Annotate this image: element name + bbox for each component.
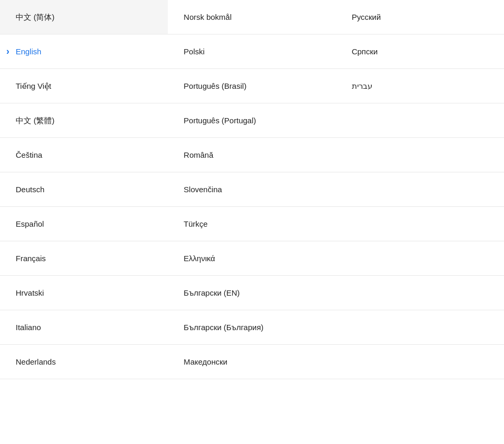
language-label: Italiano [16, 322, 41, 333]
language-cell-cs[interactable]: Čeština [0, 138, 168, 172]
language-label: Русский [352, 11, 381, 22]
language-label: English [16, 46, 41, 57]
language-cell-sr[interactable]: Српски [336, 34, 504, 69]
language-label: Čeština [16, 149, 42, 160]
language-cell-empty [336, 345, 504, 379]
language-label: Ελληνικά [184, 253, 215, 264]
language-cell-ru[interactable]: Русский [336, 0, 504, 34]
language-label: Français [16, 253, 46, 264]
language-cell-hr[interactable]: Hrvatski [0, 276, 168, 310]
language-cell-empty [336, 310, 504, 345]
language-cell-pt-pt[interactable]: Português (Portugal) [168, 103, 336, 138]
language-label: Nederlands [16, 356, 56, 367]
language-cell-empty [336, 241, 504, 276]
language-cell-empty [336, 276, 504, 310]
language-cell-vi[interactable]: Tiếng Việt [0, 69, 168, 103]
language-cell-sk[interactable]: Slovenčina [168, 172, 336, 207]
language-cell-he[interactable]: עברית [336, 69, 504, 103]
language-label: Hrvatski [16, 287, 44, 298]
language-cell-bg-en[interactable]: Български (EN) [168, 276, 336, 310]
language-cell-nb[interactable]: Norsk bokmål [168, 0, 336, 34]
language-label: Türkçe [184, 218, 208, 229]
language-cell-el[interactable]: Ελληνικά [168, 241, 336, 276]
language-label: Polski [184, 46, 204, 57]
language-label: Português (Brasil) [184, 80, 246, 91]
language-cell-ro[interactable]: Română [168, 138, 336, 172]
language-label: Slovenčina [184, 184, 222, 195]
language-cell-empty [336, 138, 504, 172]
language-label: Português (Portugal) [184, 115, 256, 126]
language-label: Български (EN) [184, 287, 239, 298]
language-cell-empty [336, 103, 504, 138]
language-label: Tiếng Việt [16, 80, 51, 91]
language-label: Norsk bokmål [184, 11, 232, 22]
language-cell-de[interactable]: Deutsch [0, 172, 168, 207]
language-cell-en[interactable]: English [0, 34, 168, 69]
language-cell-pl[interactable]: Polski [168, 34, 336, 69]
language-label: 中文 (简体) [16, 11, 54, 22]
language-cell-it[interactable]: Italiano [0, 310, 168, 345]
language-label: Deutsch [16, 184, 44, 195]
language-cell-fr[interactable]: Français [0, 241, 168, 276]
language-label: עברית [352, 80, 372, 91]
language-label: Српски [352, 46, 378, 57]
language-label: Română [184, 149, 213, 160]
language-cell-nl[interactable]: Nederlands [0, 345, 168, 379]
language-cell-es[interactable]: Español [0, 207, 168, 241]
language-cell-zh-hant[interactable]: 中文 (繁體) [0, 103, 168, 138]
language-cell-zh-hans[interactable]: 中文 (简体) [0, 0, 168, 34]
language-label: Български (България) [184, 322, 264, 333]
language-list: 中文 (简体)Norsk bokmålРусскийEnglishPolskiС… [0, 0, 504, 379]
language-cell-bg[interactable]: Български (България) [168, 310, 336, 345]
language-label: 中文 (繁體) [16, 115, 54, 126]
language-cell-pt-br[interactable]: Português (Brasil) [168, 69, 336, 103]
language-label: Español [16, 218, 44, 229]
language-cell-tr[interactable]: Türkçe [168, 207, 336, 241]
language-label: Македонски [184, 356, 227, 367]
language-cell-mk[interactable]: Македонски [168, 345, 336, 379]
language-cell-empty [336, 207, 504, 241]
language-cell-empty [336, 172, 504, 207]
